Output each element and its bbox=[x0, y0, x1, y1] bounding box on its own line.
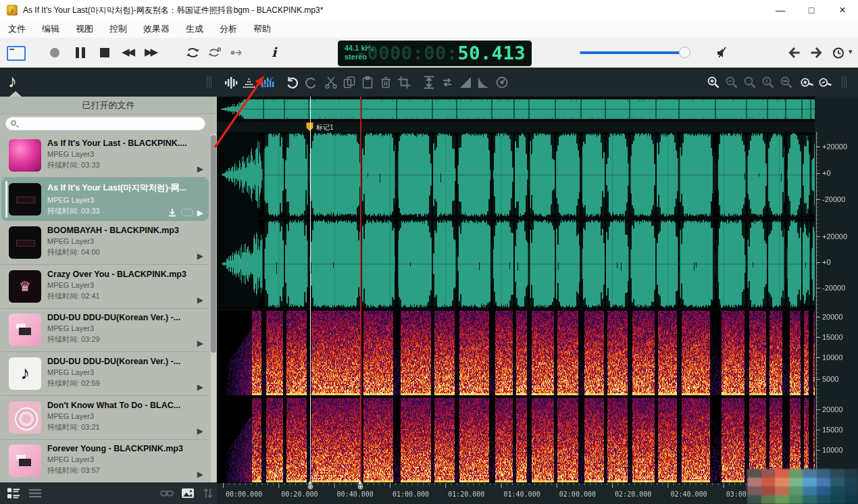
zoom-out-icon[interactable] bbox=[724, 74, 740, 91]
vertical-zoom-out-icon[interactable] bbox=[817, 74, 833, 91]
loop-icon[interactable] bbox=[185, 45, 200, 60]
play-icon[interactable]: ▶ bbox=[197, 164, 203, 174]
menu-item[interactable]: 视图 bbox=[68, 20, 101, 38]
play-icon[interactable]: ▶ bbox=[197, 426, 203, 436]
fade-in-icon[interactable] bbox=[457, 74, 474, 91]
time-display[interactable]: 44.1 kHz stereo -0000:00:50.413 bbox=[338, 41, 532, 66]
toolbar-drag-handle[interactable] bbox=[842, 76, 847, 88]
record-button[interactable] bbox=[50, 48, 59, 57]
history-icon[interactable] bbox=[831, 45, 846, 60]
file-item[interactable]: Forever Young - BLACKPINK.mp3MPEG Layer3… bbox=[1, 439, 209, 482]
file-format: MPEG Layer3 bbox=[47, 412, 203, 420]
menu-item[interactable]: 编辑 bbox=[34, 20, 68, 38]
cut-icon[interactable] bbox=[323, 74, 339, 91]
note-icon: ♪ bbox=[20, 362, 30, 383]
redo-icon[interactable] bbox=[303, 74, 319, 91]
volume-slider[interactable] bbox=[580, 51, 690, 54]
toolbar-drag-handle[interactable] bbox=[207, 76, 212, 88]
pause-button[interactable] bbox=[76, 47, 86, 58]
playhead-cursor[interactable] bbox=[310, 97, 311, 482]
download-icon[interactable] bbox=[168, 208, 177, 218]
link-files-icon[interactable] bbox=[160, 486, 174, 500]
file-item[interactable]: BOOMBAYAH - BLACKPINK.mp3MPEG Layer3持续时间… bbox=[1, 221, 209, 265]
play-icon[interactable]: ▶ bbox=[197, 382, 203, 392]
sort-icon[interactable] bbox=[201, 486, 215, 500]
zoom-in-icon[interactable] bbox=[705, 74, 722, 91]
history-caret-icon[interactable]: ▾ bbox=[849, 47, 853, 56]
normalize-icon[interactable] bbox=[494, 74, 510, 91]
vertical-zoom-in-icon[interactable] bbox=[799, 74, 815, 91]
panel-toggle-icon[interactable] bbox=[7, 46, 26, 61]
timeline-pin-icon[interactable] bbox=[307, 484, 313, 490]
fast-forward-button[interactable]: ▶▶ bbox=[145, 46, 156, 58]
file-format: MPEG Layer3 bbox=[47, 150, 203, 158]
file-duration: 持续时间: 04:00 bbox=[47, 247, 203, 257]
spectrogram-canvas[interactable] bbox=[217, 311, 815, 482]
play-from-cursor-icon[interactable] bbox=[230, 46, 245, 59]
panel-pointer bbox=[9, 91, 22, 97]
amplify-icon[interactable] bbox=[421, 74, 437, 91]
timeline-ruler[interactable] bbox=[217, 482, 815, 504]
fade-out-icon[interactable] bbox=[476, 74, 492, 91]
album-art-toggle-icon[interactable] bbox=[181, 486, 195, 500]
volume-knob[interactable] bbox=[679, 47, 690, 58]
search-input[interactable] bbox=[20, 118, 198, 130]
rewind-button[interactable]: ◀◀ bbox=[122, 46, 133, 58]
scrollbar-thumb[interactable] bbox=[211, 135, 216, 353]
search-box[interactable] bbox=[5, 117, 205, 130]
file-duration: 持续时间: 03:21 bbox=[47, 422, 203, 432]
compact-list-view-icon[interactable] bbox=[28, 486, 42, 500]
info-icon[interactable]: i bbox=[272, 45, 276, 59]
link-badge-icon bbox=[181, 209, 193, 216]
minimize-button[interactable]: — bbox=[765, 0, 796, 20]
file-item[interactable]: As If It's Your Last - BLACKPINK....MPEG… bbox=[1, 134, 209, 178]
menu-item[interactable]: 文件 bbox=[0, 20, 34, 38]
timeline-pin-icon[interactable] bbox=[357, 484, 363, 490]
play-icon[interactable]: ▶ bbox=[197, 295, 203, 305]
menu-item[interactable]: 生成 bbox=[178, 20, 211, 38]
file-item[interactable]: ♪DDU-DU DDU-DU(Korean Ver.) -...MPEG Lay… bbox=[1, 352, 209, 396]
forward-arrow-icon[interactable] bbox=[809, 46, 823, 59]
playback-cursor[interactable] bbox=[360, 97, 361, 482]
stop-button[interactable] bbox=[100, 48, 109, 57]
copy-icon[interactable] bbox=[341, 74, 357, 91]
zoom-selection-icon[interactable] bbox=[742, 74, 758, 91]
edit-toolbar: ♪ bbox=[0, 68, 858, 97]
sidebar-scrollbar[interactable] bbox=[211, 134, 216, 482]
file-item[interactable]: Don't Know What To Do - BLAC...MPEG Laye… bbox=[1, 396, 209, 440]
file-item[interactable]: DDU-DU DDU-DU(Korean Ver.) -...MPEG Laye… bbox=[1, 308, 209, 352]
detail-list-view-icon[interactable] bbox=[7, 486, 20, 500]
paste-icon[interactable] bbox=[359, 74, 376, 91]
crown-icon: ♛ bbox=[19, 279, 31, 294]
file-item[interactable]: ♛Crazy Over You - BLACKPINK.mp3MPEG Laye… bbox=[1, 265, 209, 309]
menu-item[interactable]: 效果器 bbox=[135, 20, 178, 38]
spectrogram-view-icon[interactable] bbox=[241, 74, 257, 91]
delete-icon[interactable] bbox=[378, 74, 394, 91]
play-icon[interactable]: ▶ bbox=[197, 470, 203, 479]
loop-selection-icon[interactable] bbox=[207, 45, 222, 60]
zoom-full-icon[interactable] bbox=[778, 74, 794, 91]
menu-item[interactable]: 控制 bbox=[101, 20, 135, 38]
menu-item[interactable]: 分析 bbox=[211, 20, 245, 38]
play-icon[interactable]: ▶ bbox=[197, 338, 203, 348]
trim-icon[interactable] bbox=[396, 74, 412, 91]
waveform-canvas[interactable] bbox=[217, 132, 815, 308]
file-item[interactable]: As If It's Your Last(마지막처럼)-网...MPEG Lay… bbox=[1, 178, 209, 221]
undo-icon[interactable] bbox=[284, 74, 301, 91]
output-device-icon[interactable] bbox=[715, 45, 730, 60]
play-icon[interactable]: ▶ bbox=[197, 251, 203, 261]
audio-file-tab-icon[interactable]: ♪ bbox=[8, 71, 17, 92]
file-title: Crazy Over You - BLACKPINK.mp3 bbox=[47, 270, 203, 279]
play-icon[interactable]: ▶ bbox=[197, 208, 203, 218]
marker-bar[interactable]: 标记1 bbox=[217, 122, 815, 133]
maximize-button[interactable]: □ bbox=[796, 0, 827, 20]
waveform-view-icon[interactable] bbox=[223, 74, 239, 91]
menu-item[interactable]: 帮助 bbox=[245, 20, 279, 38]
reverse-icon[interactable] bbox=[439, 74, 455, 91]
close-button[interactable]: × bbox=[827, 0, 858, 20]
album-art: ♪ bbox=[9, 357, 41, 390]
zoom-one-to-one-icon[interactable] bbox=[760, 74, 776, 91]
spectral-combined-view-icon[interactable] bbox=[259, 74, 276, 91]
overview-strip[interactable] bbox=[217, 97, 815, 122]
back-arrow-icon[interactable] bbox=[788, 46, 801, 59]
